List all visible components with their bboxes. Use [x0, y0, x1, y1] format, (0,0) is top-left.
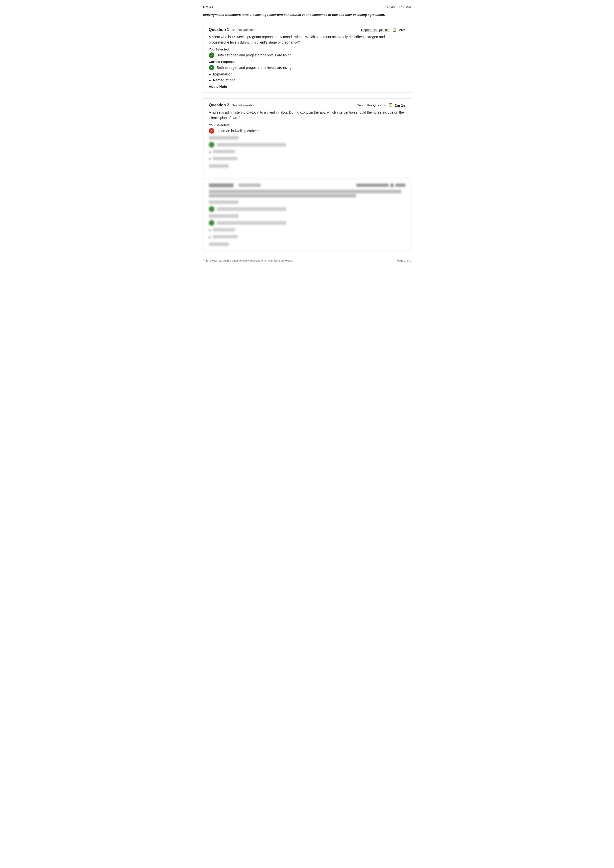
- question-1-explanation-row[interactable]: ► Explanation:: [209, 72, 405, 76]
- question-2-number: Question 2: [209, 103, 229, 107]
- question-2-timer-value: 2m 1s: [395, 103, 405, 107]
- question-2-header-left: Question 2 See full question: [209, 103, 256, 107]
- question-1-remediation-triangle-icon: ►: [209, 79, 212, 82]
- question-card-1: Question 1 See full question Report this…: [203, 23, 411, 93]
- question-3-header: [209, 183, 405, 187]
- question-2-you-selected-answer-text: Insert an indwelling catheter.: [217, 129, 260, 133]
- footer-right-text: Page 1 of 1: [397, 259, 411, 262]
- page-header: Prep U 11/24/20, 1:00 AM: [203, 5, 411, 9]
- question-1-you-selected-label: You Selected:: [209, 48, 405, 51]
- question-1-explanation-label: Explanation:: [213, 72, 234, 76]
- question-2-see-full-link[interactable]: See full question: [232, 104, 256, 107]
- question-1-explanation-triangle-icon: ►: [209, 73, 212, 76]
- question-1-text: A client who is 16 weeks pregnant report…: [209, 34, 405, 45]
- question-1-you-selected-answer-row: ✓ Both estrogen and progesterone levels …: [209, 53, 405, 58]
- question-1-report-link[interactable]: Report this Question: [361, 28, 391, 32]
- footer-left-text: This review has been created to help you…: [203, 259, 293, 262]
- question-2-header-right: Report this Question ⏳ 2m 1s: [357, 103, 405, 107]
- question-3-header-right: [357, 183, 405, 187]
- question-1-header-left: Question 1 See full question: [209, 28, 256, 32]
- question-1-correct-answer-text: Both estrogen and progesterone levels ar…: [217, 65, 293, 70]
- question-2-you-selected-answer-row: ✕ Insert an indwelling catheter.: [209, 128, 405, 133]
- question-2-report-link[interactable]: Report this Question: [357, 104, 386, 107]
- question-card-2: Question 2 See full question Report this…: [203, 98, 411, 173]
- page-datetime: 11/24/20, 1:00 AM: [385, 5, 411, 9]
- question-1-timer-icon: ⏳: [392, 28, 397, 32]
- question-1-add-note[interactable]: Add a Note: [209, 85, 405, 88]
- question-1-timer-value: 26s: [399, 28, 405, 32]
- copyright-bar: copyright and trademark laws. Accessing …: [203, 11, 411, 18]
- question-1-correct-icon: ✓: [209, 65, 214, 70]
- question-1-header: Question 1 See full question Report this…: [209, 28, 405, 32]
- question-1-correct-response-row: ✓ Both estrogen and progesterone levels …: [209, 65, 405, 70]
- question-2-text: A nurse is administering oxytocin to a c…: [209, 110, 405, 121]
- question-2-timer-icon: ⏳: [388, 103, 393, 107]
- question-2-header: Question 2 See full question Report this…: [209, 103, 405, 107]
- question-2-you-selected-incorrect-icon: ✕: [209, 128, 214, 133]
- question-2-blurred-content: ✓ ► ►: [209, 136, 405, 169]
- question-1-header-right: Report this Question ⏳ 26s: [361, 28, 405, 32]
- question-1-see-full-link[interactable]: See full question: [232, 28, 256, 32]
- question-1-you-selected-answer-text: Both estrogen and progesterone levels ar…: [217, 53, 293, 57]
- question-card-3: ✓ ✓ ► ►: [203, 179, 411, 251]
- page-footer: This review has been created to help you…: [203, 257, 411, 262]
- question-1-remediation-row[interactable]: ► Remediation:: [209, 78, 405, 82]
- question-1-remediation-label: Remediation:: [213, 78, 235, 82]
- question-1-you-selected-correct-icon: ✓: [209, 53, 214, 58]
- question-3-header-left: [209, 183, 261, 187]
- app-title: Prep U: [203, 5, 215, 9]
- question-1-number: Question 1: [209, 28, 229, 32]
- question-2-you-selected-label: You Selected:: [209, 123, 405, 127]
- question-1-correct-response-label: Correct response:: [209, 60, 405, 64]
